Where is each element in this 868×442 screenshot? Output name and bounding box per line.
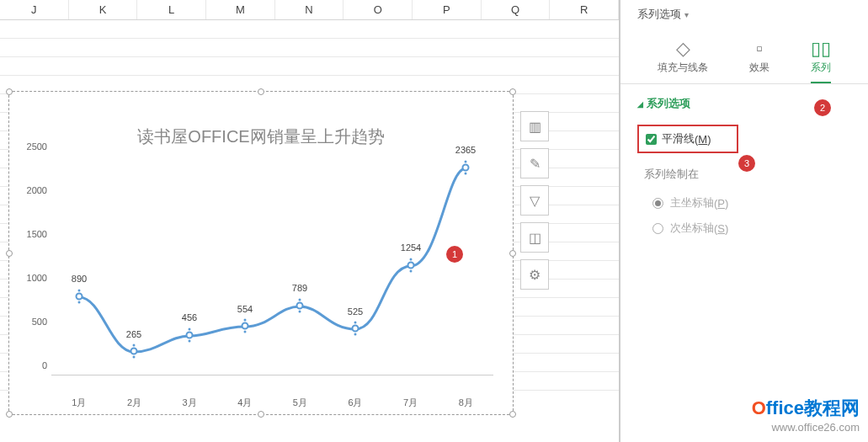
- paint-bucket-icon: ◇: [658, 37, 708, 61]
- funnel-icon: ▽: [530, 193, 540, 209]
- column-headers: J K L M N O P Q R: [0, 0, 619, 20]
- section-series-options[interactable]: 系列选项: [620, 84, 868, 120]
- smooth-line-checkbox[interactable]: [646, 134, 657, 145]
- col-header[interactable]: R: [550, 0, 619, 19]
- secondary-axis-radio[interactable]: 次坐标轴(S): [620, 216, 868, 241]
- effects-icon: ▫: [749, 37, 769, 61]
- col-header[interactable]: L: [137, 0, 206, 19]
- chart-styles-button[interactable]: ✎: [520, 148, 549, 178]
- y-axis: 0 500 1000 1500 2000 2500: [18, 157, 47, 375]
- chart-title[interactable]: 读书屋OFFICE网销量呈上升趋势: [9, 92, 513, 157]
- pivot-icon: ◫: [529, 230, 541, 246]
- col-header[interactable]: O: [343, 0, 413, 19]
- radio-icon: [652, 223, 663, 234]
- primary-axis-radio[interactable]: 主坐标轴(P): [620, 190, 868, 216]
- chart-filters-button[interactable]: ▽: [520, 185, 549, 216]
- col-header[interactable]: K: [69, 0, 138, 19]
- gear-icon: ⚙: [529, 267, 541, 283]
- smooth-line-checkbox-row[interactable]: 平滑线(M): [637, 125, 738, 153]
- format-pane: 系列选项 ◇ 填充与线条 ▫ 效果 ▯▯ 系列 2 系列选项 平滑线(M) 3 …: [619, 0, 868, 442]
- radio-icon: [652, 198, 663, 209]
- plot-area[interactable]: 0 500 1000 1500 2000 2500 890 265 456 55…: [51, 157, 504, 392]
- annotation-badge-3: 3: [738, 155, 755, 172]
- x-axis: 1月 2月 3月 4月 5月 6月 7月 8月: [51, 397, 493, 409]
- watermark: Office教程网 www.office26.com: [752, 396, 860, 434]
- pane-header-dropdown[interactable]: 系列选项: [620, 0, 868, 29]
- annotation-badge-1: 1: [446, 246, 463, 263]
- annotation-badge-2: 2: [814, 99, 831, 116]
- chart-side-buttons: ▥ ✎ ▽ ◫ ⚙: [520, 111, 549, 296]
- chart-object[interactable]: 读书屋OFFICE网销量呈上升趋势 0 500 1000 1500 2000 2…: [8, 91, 514, 415]
- chart-elements-button[interactable]: ▥: [520, 111, 549, 141]
- chart-settings-button[interactable]: ⚙: [520, 259, 549, 290]
- tab-series[interactable]: ▯▯ 系列: [811, 37, 831, 83]
- tab-effects[interactable]: ▫ 效果: [749, 37, 769, 83]
- chart-pivot-button[interactable]: ◫: [520, 222, 549, 253]
- col-header[interactable]: Q: [482, 0, 551, 19]
- col-header[interactable]: N: [275, 0, 344, 19]
- tab-fill-line[interactable]: ◇ 填充与线条: [658, 37, 708, 83]
- col-header[interactable]: P: [413, 0, 482, 19]
- series-icon: ▯▯: [811, 37, 831, 61]
- col-header[interactable]: M: [206, 0, 275, 19]
- brush-icon: ✎: [530, 156, 541, 172]
- col-header[interactable]: J: [0, 0, 69, 19]
- bar-chart-icon: ▥: [529, 119, 541, 135]
